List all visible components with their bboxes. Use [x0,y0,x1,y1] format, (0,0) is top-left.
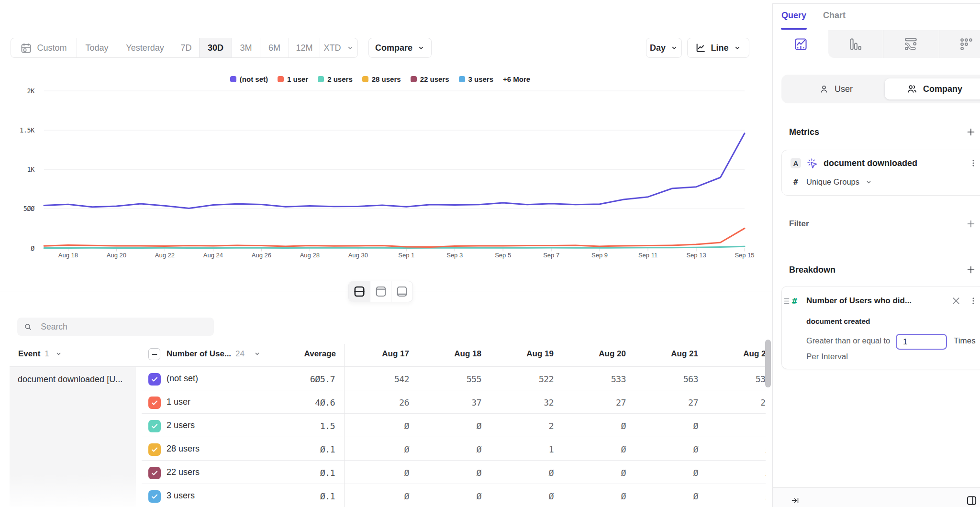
x-axis-label: Aug 24 [203,252,223,259]
indeterminate-icon [151,351,158,358]
day-value: Ø [352,491,409,501]
table-scrollbar[interactable] [765,340,771,387]
chevron-down-icon [55,350,62,357]
breakdown-count: 24 [235,349,245,358]
metrics-heading: Metrics [789,127,819,137]
search-input[interactable] [41,322,207,332]
scope-user-button[interactable]: User [819,75,853,103]
series-checkbox[interactable] [148,373,161,386]
event-column-header[interactable]: Event1 [18,349,62,359]
table-row: 3 usersØ.1ØØØØØØ [0,484,766,507]
table-row: 1 user4Ø.6263732272724 [0,390,766,414]
day-column-header[interactable]: Aug 18 [424,349,481,359]
table-column-divider [344,344,345,507]
close-icon[interactable] [951,296,961,306]
layout-split-button[interactable] [349,281,370,302]
numeric-breakdown-icon: # [792,296,797,306]
drag-handle-icon[interactable] [784,298,791,304]
metric-card[interactable]: A document downloaded # Unique Groups [781,150,980,196]
add-breakdown-button[interactable] [966,265,976,275]
retention-grid-icon [960,38,972,50]
day-value: 26 [352,397,409,408]
select-all-checkbox[interactable] [148,348,160,360]
day-column-header[interactable]: Aug 21 [641,349,698,359]
line-chart[interactable] [0,0,772,268]
series-checkbox[interactable] [148,490,161,503]
day-value: Ø [424,421,481,431]
day-column-header[interactable]: Aug 17 [352,349,409,359]
series-label: 1 user [167,397,190,407]
day-column-header[interactable]: Aug 20 [568,349,626,359]
tab-insights[interactable] [773,30,828,58]
add-metric-button[interactable] [966,127,976,137]
day-value: Ø [568,421,626,431]
table-row: 22 usersØ.1ØØØØØØ [0,461,766,484]
breakdown-card[interactable]: # Number of Users who did... document cr… [781,286,980,369]
breakdown-column-header[interactable]: Number of Use...24 [167,349,261,359]
kebab-menu-icon[interactable] [969,159,978,167]
series-checkbox[interactable] [148,467,161,479]
tab-query[interactable]: Query [781,11,806,21]
side-panel-icon[interactable] [966,495,977,506]
day-value: Ø [424,468,481,478]
x-axis-label: Sep 11 [638,252,657,259]
day-value: Ø [496,468,554,478]
metric-event-name: document downloaded [824,158,917,168]
series-checkbox[interactable] [148,397,161,409]
event-click-icon [807,158,817,168]
average-value: 4Ø.6 [258,397,335,408]
query-panel: Query Chart User [772,3,980,507]
tab-retention[interactable] [939,30,980,58]
day-value: Ø [352,421,409,431]
check-icon [151,375,158,383]
day-value: Ø [424,491,481,501]
day-value: 1 [713,421,766,431]
search-bar [17,318,214,336]
breakdown-heading: Breakdown [789,265,835,275]
x-axis-label: Aug 18 [58,252,78,259]
split-view-icon [354,285,365,298]
scope-company-button[interactable]: Company [907,75,962,103]
series-label: (not set) [167,374,198,384]
layout-table-only-button[interactable] [391,281,412,302]
day-value: 27 [568,397,626,408]
per-interval-label: Per Interval [806,352,848,362]
day-value: Ø [568,491,626,501]
layout-chart-only-button[interactable] [370,281,392,302]
day-value: Ø [641,491,698,501]
table-row: 2 users1.5ØØ2ØØ1 [0,414,766,437]
day-column-header[interactable]: Aug 19 [496,349,554,359]
check-icon [151,493,158,500]
tab-flows[interactable] [883,30,939,58]
day-column-header[interactable]: Aug 22 [713,349,766,359]
y-axis-label: 5ØØ [0,205,34,212]
kebab-menu-icon[interactable] [969,297,978,305]
series-label: 22 users [167,467,200,477]
table-row: (not set)6Ø5.7542555522533563537 [0,367,766,390]
series-checkbox[interactable] [148,443,161,456]
y-axis-label: 2K [0,87,34,95]
day-value: 555 [424,374,481,384]
x-axis-label: Sep 1 [398,252,414,259]
tab-chart[interactable]: Chart [823,11,846,21]
day-value: Ø [568,468,626,478]
collapse-panel-icon[interactable] [791,496,799,505]
day-value: 542 [352,374,409,384]
y-axis-label: 1K [0,165,34,173]
times-value-input[interactable] [896,334,947,350]
report-type-tabs [773,30,980,58]
breakdown-table: Event1 Number of Use...24 Average Aug 17… [0,344,766,507]
average-column-header[interactable]: Average [259,349,336,359]
aggregation-selector[interactable]: Unique Groups [806,177,872,187]
day-value: Ø [352,444,409,454]
series-checkbox[interactable] [148,420,161,432]
tab-funnels[interactable] [828,30,883,58]
insights-report-page: Custom Today Yesterday 7D 30D 3M 6M 12M … [0,0,980,507]
day-value: 37 [424,397,481,408]
x-axis-label: Aug 20 [107,252,126,259]
day-value: 24 [713,397,766,408]
add-filter-button[interactable] [966,219,976,229]
x-axis-label: Aug 22 [155,252,175,259]
x-axis-label: Sep 15 [735,252,754,259]
day-value: 533 [568,374,626,384]
